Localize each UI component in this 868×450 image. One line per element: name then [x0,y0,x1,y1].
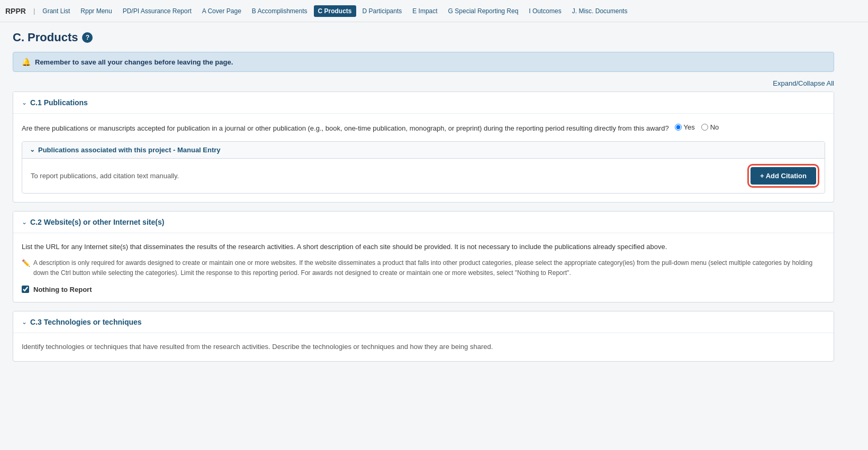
c2-nothing-to-report-checkbox[interactable] [22,286,29,293]
c1-no-option[interactable]: No [701,122,719,133]
help-icon[interactable]: ? [82,32,93,43]
c3-chevron[interactable]: ⌄ [22,318,27,326]
c1-section-title[interactable]: C.1 Publications [30,98,88,107]
alert-banner: 🔔 Remember to save all your changes befo… [13,52,834,72]
c1-section-body: Are there publications or manuscripts ac… [13,114,834,202]
nav-item-special[interactable]: G Special Reporting Req [444,5,523,17]
expand-collapse-all[interactable]: Expand/Collapse All [773,79,834,87]
page-title: C. Products [13,31,78,44]
brand-label: RPPR [5,7,26,15]
c3-body-text: Identify technologies or techniques that… [22,342,825,353]
nav-item-accomplishments[interactable]: B Accomplishments [248,5,312,17]
c2-section-header: ⌄ C.2 Website(s) or other Internet site(… [13,212,834,233]
c1-sub-header: ⌄ Publications associated with this proj… [22,142,825,159]
nav-item-rppr-menu[interactable]: Rppr Menu [76,5,116,17]
nav-item-products[interactable]: C Products [314,5,356,17]
c1-sub-body: To report publications, add citation tex… [22,159,825,193]
expand-collapse-row: Expand/Collapse All [13,79,834,87]
c1-yes-option[interactable]: Yes [675,122,695,133]
c3-section-title[interactable]: C.3 Technologies or techniques [30,318,142,326]
c1-chevron[interactable]: ⌄ [22,99,27,106]
c2-section-title[interactable]: C.2 Website(s) or other Internet site(s) [30,218,164,226]
pencil-icon: ✏️ [22,258,30,269]
c2-nothing-to-report-row[interactable]: Nothing to Report [22,286,825,293]
c2-section: ⌄ C.2 Website(s) or other Internet site(… [13,211,834,302]
c2-chevron[interactable]: ⌄ [22,218,27,226]
nav-item-pd-pi[interactable]: PD/PI Assurance Report [119,5,196,17]
nav-item-participants[interactable]: D Participants [358,5,406,17]
page-content: C. Products ? 🔔 Remember to save all you… [0,22,847,379]
c3-section: ⌄ C.3 Technologies or techniques Identif… [13,311,834,362]
c1-question: Are there publications or manuscripts ac… [22,122,825,134]
nav-item-impact[interactable]: E Impact [408,5,441,17]
c2-note-text: A description is only required for award… [33,258,825,278]
c1-section-header: ⌄ C.1 Publications [13,92,834,114]
add-citation-button[interactable]: + Add Citation [751,167,816,185]
c1-no-radio[interactable] [701,124,708,131]
alert-message: Remember to save all your changes before… [35,58,233,66]
c1-radio-group: Yes No [675,122,719,133]
c1-manual-entry-sub: ⌄ Publications associated with this proj… [22,141,825,194]
c1-sub-chevron[interactable]: ⌄ [30,146,35,153]
c3-section-header: ⌄ C.3 Technologies or techniques [13,311,834,333]
c2-info-text: List the URL for any Internet site(s) th… [22,242,825,253]
nav-item-cover-page[interactable]: A Cover Page [198,5,246,17]
nav-item-outcomes[interactable]: I Outcomes [525,5,565,17]
c1-section: ⌄ C.1 Publications Are there publication… [13,91,834,203]
c1-manual-text: To report publications, add citation tex… [31,172,179,180]
c1-sub-title: Publications associated with this projec… [38,146,221,154]
c2-nothing-to-report-label: Nothing to Report [33,286,92,293]
c3-section-body: Identify technologies or techniques that… [13,333,834,361]
c2-note: ✏️ A description is only required for aw… [22,258,825,278]
bell-icon: 🔔 [22,58,31,66]
c1-yes-radio[interactable] [675,124,682,131]
nav-item-misc[interactable]: J. Misc. Documents [568,5,632,17]
top-navigation: RPPR | Grant List Rppr Menu PD/PI Assura… [0,0,868,22]
nav-divider: | [33,7,35,15]
nav-item-grant-list[interactable]: Grant List [38,5,74,17]
c2-section-body: List the URL for any Internet site(s) th… [13,233,834,302]
page-title-row: C. Products ? [13,31,834,44]
